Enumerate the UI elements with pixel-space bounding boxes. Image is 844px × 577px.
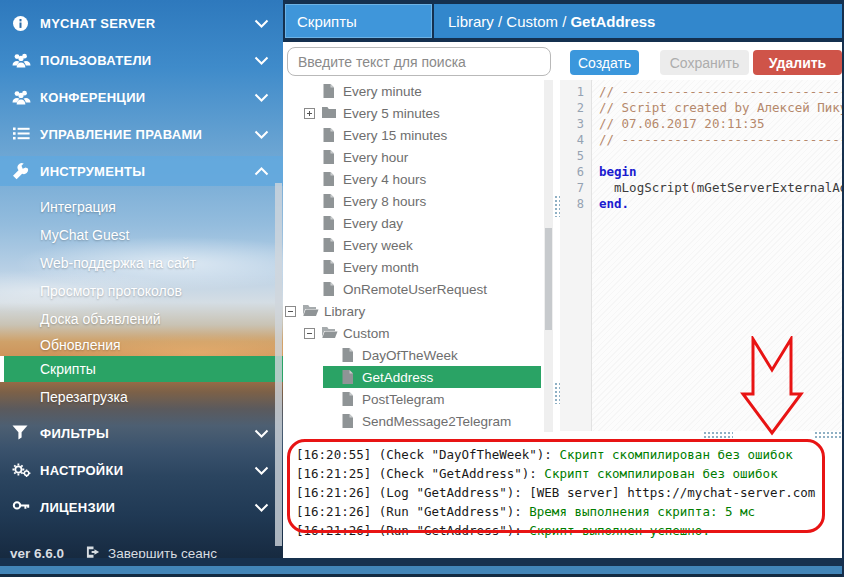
editor-gutter: 12345678 <box>560 80 592 431</box>
tree-item[interactable]: Every 5 minutes <box>285 102 541 124</box>
list-icon <box>12 126 31 143</box>
tree-item-body: Every day <box>304 212 541 234</box>
tree-item[interactable]: Every 8 hours <box>285 190 541 212</box>
titlebar: Скрипты Library / Custom / GetAddress <box>283 0 844 42</box>
tree-item[interactable]: Every 15 minutes <box>285 124 541 146</box>
users-icon <box>12 52 31 69</box>
sidebar-subitem-просмотр-протоколов[interactable]: Просмотр протоколов <box>0 278 283 304</box>
tree-item-label: Every 4 hours <box>343 172 426 187</box>
log-line: [16:21:26] (Run "GetAddress"): Скрипт вы… <box>296 521 815 540</box>
tree-item[interactable]: Every week <box>285 234 541 256</box>
tree-item[interactable]: GetAddress <box>285 366 541 388</box>
sidebar-scrollbar[interactable] <box>275 183 282 546</box>
expander-minus-icon[interactable] <box>304 328 315 339</box>
tree-indent <box>285 179 304 180</box>
tree-indent <box>285 333 304 334</box>
tree-item[interactable]: DayOfTheWeek <box>285 344 541 366</box>
window-bottom-border <box>0 558 844 566</box>
sidebar-subitem-label: MyChat Guest <box>40 227 129 243</box>
tree-item[interactable]: Custom <box>285 322 541 344</box>
line-number: 6 <box>560 164 591 180</box>
tree-item-label: Every month <box>343 260 419 275</box>
tree-item[interactable]: Every month <box>285 256 541 278</box>
chevron-down-icon <box>254 424 269 442</box>
tree-indent <box>285 157 304 158</box>
sidebar-item-label: ФИЛЬТРЫ <box>40 426 254 441</box>
log-splitter-grip[interactable] <box>703 431 733 438</box>
tab-scripts[interactable]: Скрипты <box>285 4 432 38</box>
tree-indent <box>285 289 304 290</box>
sidebar-subitem-интеграция[interactable]: Интеграция <box>0 194 283 220</box>
tree-item-label: Every minute <box>343 84 422 99</box>
sidebar-item-управление-правами[interactable]: УПРАВЛЕНИЕ ПРАВАМИ <box>0 119 283 149</box>
tree-item[interactable]: PostTelegram <box>285 388 541 410</box>
window-bottom-bar <box>0 566 844 574</box>
sidebar-item-mychat-server[interactable]: MYCHAT SERVER <box>0 8 283 38</box>
sidebar-subitem-mychat-guest[interactable]: MyChat Guest <box>0 222 283 248</box>
delete-button[interactable]: Удалить <box>753 50 842 75</box>
log-line: [16:21:25] (Check "GetAddress"): Скрипт … <box>296 464 815 483</box>
tree-item-body: Every week <box>304 234 541 256</box>
breadcrumb: Library / Custom / GetAddress <box>434 4 844 38</box>
file-icon <box>321 259 336 275</box>
expander-minus-icon[interactable] <box>285 306 296 317</box>
code-token: // -------------------------------------… <box>599 132 844 147</box>
tree-indent <box>285 355 323 356</box>
line-number: 8 <box>560 196 591 212</box>
sidebar-item-настройки[interactable]: НАСТРОЙКИ <box>0 455 283 485</box>
tree-item[interactable]: Library <box>285 300 541 322</box>
sidebar-subitem-обновления[interactable]: Обновления <box>0 332 283 358</box>
sidebar-item-конференции[interactable]: КОНФЕРЕНЦИИ <box>0 82 283 112</box>
sidebar-subitem-доска-объявлений[interactable]: Доска объявлений <box>0 306 283 332</box>
tree-indent <box>285 201 304 202</box>
tree-indent <box>285 113 304 114</box>
breadcrumb-current: GetAddress <box>570 13 655 30</box>
log-prefix: [16:21:26] (Run "GetAddress"): <box>296 504 529 519</box>
chevron-down-icon <box>254 498 269 516</box>
log-prefix: [16:21:26] (Run "GetAddress"): <box>296 523 529 538</box>
tree-item-label: GetAddress <box>362 370 433 385</box>
main-area: Скрипты Library / Custom / GetAddress Со… <box>283 0 844 577</box>
sidebar-item-label: ЛИЦЕНЗИИ <box>40 500 254 515</box>
tree-scrollbar-thumb[interactable] <box>545 228 552 330</box>
tree-item[interactable]: Every day <box>285 212 541 234</box>
tree-item[interactable]: Every minute <box>285 80 541 102</box>
chevron-up-icon <box>254 162 269 180</box>
sidebar-subitem-перезагрузка[interactable]: Перезагрузка <box>0 384 283 410</box>
tree-item[interactable]: SendMessage2Telegram <box>285 410 541 432</box>
tree-item-body: Every 4 hours <box>304 168 541 190</box>
tree-item[interactable]: OnRemoteUserRequest <box>285 278 541 300</box>
expander-plus-icon[interactable] <box>304 108 315 119</box>
log-splitter-grip[interactable] <box>814 431 844 438</box>
sidebar-subitem-web-поддержка-на-сайт[interactable]: Web-поддержка на сайт <box>0 250 283 276</box>
tree-item[interactable]: Every hour <box>285 146 541 168</box>
sidebar-item-фильтры[interactable]: ФИЛЬТРЫ <box>0 418 283 448</box>
search-input[interactable] <box>287 47 551 76</box>
sidebar-item-инструменты[interactable]: ИНСТРУМЕНТЫ <box>0 156 283 186</box>
sidebar-subitem-label: Web-поддержка на сайт <box>40 255 196 271</box>
sidebar-subitem-скрипты[interactable]: Скрипты <box>0 356 283 382</box>
tree-item-label: Every day <box>343 216 403 231</box>
tree-item-body: Every hour <box>304 146 541 168</box>
tree-scrollbar[interactable] <box>544 80 553 432</box>
code-token: // Script created by Алексей Пикуза <box>599 100 844 115</box>
file-icon <box>340 413 355 429</box>
log-message: Скрипт выполнен успешно. <box>529 523 710 538</box>
sidebar-subitem-label: Интеграция <box>40 199 116 215</box>
tree-item-body: Custom <box>304 322 541 344</box>
file-icon <box>321 281 336 297</box>
create-button[interactable]: Создать <box>570 50 639 75</box>
code-token: mGetServerExternalAddress <box>697 180 844 195</box>
code-editor[interactable]: 12345678 // ----------------------------… <box>560 80 844 431</box>
tree-item-body: Every 8 hours <box>304 190 541 212</box>
sidebar-item-пользователи[interactable]: ПОЛЬЗОВАТЕЛИ <box>0 45 283 75</box>
save-button[interactable]: Сохранить <box>660 50 749 75</box>
sidebar-item-лицензии[interactable]: ЛИЦЕНЗИИ <box>0 492 283 522</box>
log-lines: [16:20:55] (Check "DayOfTheWeek"): Скрип… <box>296 445 815 540</box>
tree-item[interactable]: Every 4 hours <box>285 168 541 190</box>
tree-item-label: Every 15 minutes <box>343 128 447 143</box>
sidebar-item-label: MYCHAT SERVER <box>40 16 254 31</box>
tree-item-body: Library <box>285 300 541 322</box>
sidebar-subitem-label: Доска объявлений <box>40 311 161 327</box>
log-panel: [16:20:55] (Check "DayOfTheWeek"): Скрип… <box>285 438 844 558</box>
